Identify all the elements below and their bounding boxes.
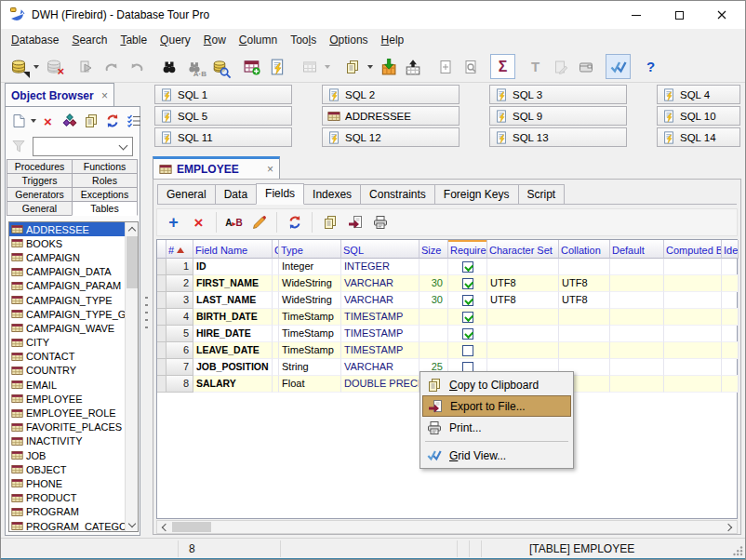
minimize-button[interactable] bbox=[615, 1, 658, 29]
menu-item-print[interactable]: Print... bbox=[422, 417, 571, 438]
find-replace-button[interactable]: A·B bbox=[181, 54, 206, 79]
add-field-button[interactable]: + bbox=[161, 211, 186, 234]
list-item[interactable]: PROGRAM bbox=[9, 505, 138, 519]
required-checkbox[interactable] bbox=[462, 295, 473, 306]
copy-button[interactable] bbox=[340, 54, 365, 79]
filter-input[interactable] bbox=[33, 138, 132, 155]
export-to-file-button[interactable] bbox=[342, 211, 367, 234]
list-item[interactable]: BOOKS bbox=[9, 236, 138, 250]
connect-database-dropdown[interactable] bbox=[31, 54, 41, 79]
tab-tables[interactable]: Tables bbox=[72, 201, 138, 216]
tab-fields[interactable]: Fields bbox=[256, 183, 304, 205]
resize-grip[interactable] bbox=[732, 545, 743, 556]
list-item[interactable]: INACTIVITY bbox=[9, 434, 138, 448]
list-item[interactable]: OBJECT bbox=[9, 462, 138, 476]
tab-roles[interactable]: Roles bbox=[72, 173, 138, 188]
scroll-thumb[interactable] bbox=[127, 236, 138, 288]
document-tab-sql12[interactable]: SQL 12 bbox=[322, 127, 460, 147]
list-item[interactable]: CONTACT bbox=[9, 350, 138, 364]
close-button[interactable] bbox=[700, 1, 743, 29]
tab-generators[interactable]: Generators bbox=[7, 187, 73, 202]
tables-scrollbar[interactable] bbox=[125, 222, 138, 531]
grid-hscrollbar[interactable] bbox=[156, 520, 738, 534]
menu-options[interactable]: Options bbox=[323, 30, 374, 50]
document-tab-sql5[interactable]: SQL 5 bbox=[154, 106, 292, 126]
connect-database-button[interactable] bbox=[6, 54, 31, 79]
column-header-num[interactable]: # bbox=[167, 240, 193, 259]
document-tab-sql3[interactable]: SQL 3 bbox=[489, 85, 627, 104]
rename-field-button[interactable]: A▸B bbox=[221, 211, 246, 234]
maximize-button[interactable] bbox=[658, 1, 700, 29]
document-tab-sql1[interactable]: SQL 1 bbox=[154, 85, 292, 104]
required-checkbox[interactable] bbox=[462, 261, 473, 273]
document-tab-addressee[interactable]: ADDRESSEE bbox=[322, 106, 460, 126]
object-browser-close-icon[interactable]: × bbox=[101, 90, 108, 101]
scroll-up-button[interactable] bbox=[126, 222, 139, 235]
document-tab-sql4[interactable]: SQL 4 bbox=[657, 85, 740, 104]
list-item[interactable]: COUNTRY bbox=[9, 364, 138, 378]
help-button[interactable]: ? bbox=[638, 54, 663, 79]
aggregates-button[interactable]: Σ bbox=[490, 54, 515, 79]
scroll-right-button[interactable] bbox=[723, 521, 737, 533]
undo-button[interactable] bbox=[124, 54, 149, 79]
copy-object-button[interactable] bbox=[80, 111, 101, 131]
list-item[interactable]: EMPLOYEE_ROLE bbox=[9, 406, 138, 420]
tab-indexes[interactable]: Indexes bbox=[303, 184, 361, 204]
list-item[interactable]: JOB bbox=[9, 448, 138, 462]
tab-triggers[interactable]: Triggers bbox=[7, 173, 73, 188]
refresh-fields-button[interactable] bbox=[282, 211, 307, 234]
object-types-button[interactable] bbox=[59, 111, 80, 131]
tab-constraints[interactable]: Constraints bbox=[360, 184, 435, 204]
document-tab-sql10[interactable]: SQL 10 bbox=[657, 106, 740, 126]
print-button[interactable] bbox=[367, 211, 393, 234]
filter-combobox[interactable] bbox=[33, 137, 133, 156]
required-checkbox[interactable] bbox=[462, 312, 473, 323]
column-header-field-name[interactable]: Field Name bbox=[193, 240, 273, 259]
tab-script[interactable]: Script bbox=[518, 184, 566, 204]
menu-item-export-to-file[interactable]: Export to File... bbox=[422, 395, 571, 417]
scroll-thumb[interactable] bbox=[172, 522, 211, 532]
menu-help[interactable]: Help bbox=[375, 30, 411, 50]
delete-object-button[interactable]: × bbox=[37, 111, 59, 131]
copy-to-clipboard-button[interactable] bbox=[317, 211, 342, 234]
column-header-default[interactable]: Default bbox=[610, 240, 664, 259]
column-header-type[interactable]: Type bbox=[279, 240, 341, 259]
menu-query[interactable]: Query bbox=[153, 30, 197, 50]
export-table-button[interactable] bbox=[400, 54, 425, 79]
import-data-button[interactable] bbox=[375, 54, 400, 79]
tab-general[interactable]: General bbox=[157, 184, 216, 204]
column-header-computed-by[interactable]: Computed By bbox=[664, 240, 722, 259]
list-item[interactable]: ADDRESSEE bbox=[9, 222, 138, 236]
column-header-c[interactable]: C bbox=[273, 240, 279, 259]
scroll-left-button[interactable] bbox=[157, 521, 171, 533]
text-mode-button[interactable]: T bbox=[523, 54, 548, 79]
delete-field-button[interactable]: × bbox=[186, 211, 211, 234]
employee-tab-close-icon[interactable]: × bbox=[267, 164, 273, 175]
copy-dropdown[interactable] bbox=[365, 54, 375, 79]
menu-tools[interactable]: Tools bbox=[284, 30, 323, 50]
tab-exceptions[interactable]: Exceptions bbox=[72, 187, 138, 202]
redo-button[interactable] bbox=[99, 54, 124, 79]
list-item[interactable]: CITY bbox=[9, 336, 138, 350]
page-setup-button[interactable] bbox=[433, 54, 458, 79]
list-item[interactable]: CAMPAIGN_DATA bbox=[9, 265, 138, 279]
menu-search[interactable]: Search bbox=[65, 30, 113, 50]
list-item[interactable]: PROGRAM_CATEGO bbox=[9, 519, 138, 532]
document-tab-sql11[interactable]: SQL 11 bbox=[154, 127, 292, 147]
menu-item-grid-view[interactable]: Grid View... bbox=[422, 445, 571, 466]
edit-field-button[interactable] bbox=[246, 211, 272, 234]
execute-button[interactable] bbox=[73, 54, 99, 79]
disconnect-database-button[interactable]: × bbox=[41, 54, 66, 79]
grid-options-button[interactable] bbox=[297, 54, 322, 79]
tab-data[interactable]: Data bbox=[215, 184, 257, 204]
menu-table[interactable]: Table bbox=[113, 30, 153, 50]
required-checkbox[interactable] bbox=[462, 328, 473, 340]
list-item[interactable]: CAMPAIGN bbox=[9, 250, 138, 264]
list-item[interactable]: EMPLOYEE bbox=[9, 392, 138, 406]
tab-general[interactable]: General bbox=[7, 201, 73, 216]
document-tab-sql2[interactable]: SQL 2 bbox=[322, 85, 460, 104]
column-header-required[interactable]: Required bbox=[448, 240, 487, 259]
required-checkbox[interactable] bbox=[462, 278, 473, 289]
edit-record-button[interactable] bbox=[548, 54, 573, 79]
tab-procedures[interactable]: Procedures bbox=[7, 159, 73, 174]
